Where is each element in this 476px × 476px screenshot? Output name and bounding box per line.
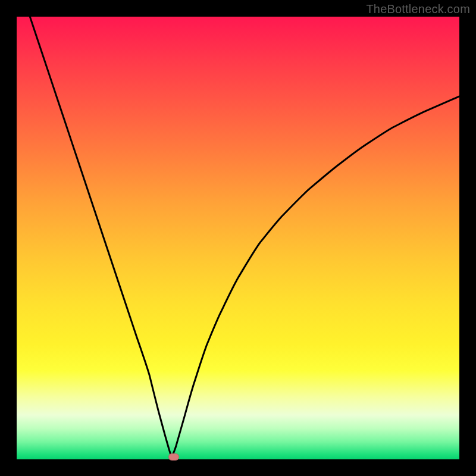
bottleneck-curve [17,17,459,459]
chart-frame: TheBottleneck.com [0,0,476,476]
attribution-label: TheBottleneck.com [366,2,470,16]
plot-area [17,17,459,459]
min-marker [168,453,179,461]
